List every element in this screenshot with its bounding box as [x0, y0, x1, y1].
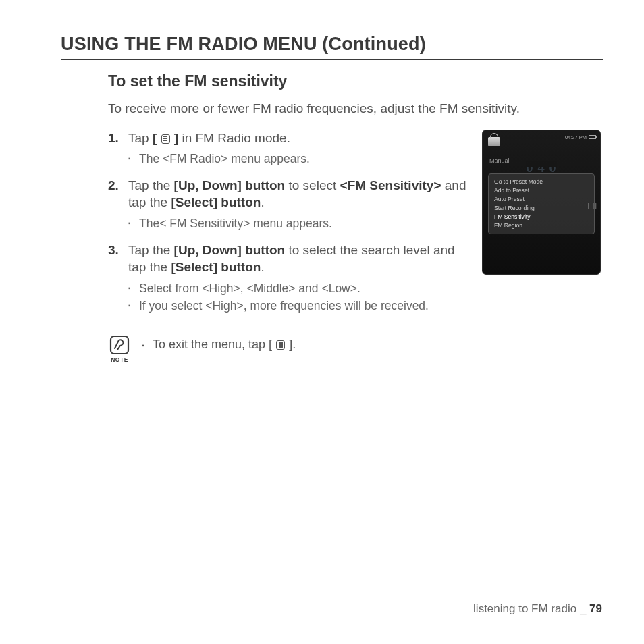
- step-1-sub-1: The <FM Radio> menu appears.: [128, 151, 470, 167]
- menu-item-auto-preset: Auto Preset: [494, 195, 589, 204]
- step-3-sub-2: If you select <High>, more frequencies w…: [128, 298, 470, 315]
- device-screenshot: 04:27 PM Manual 0 4 0 Go to Preset Mode …: [482, 130, 601, 275]
- note-icon: NOTE: [108, 335, 131, 363]
- menu-item-preset-mode: Go to Preset Mode: [494, 178, 589, 186]
- menu-icon: [276, 340, 285, 350]
- instructions-column: Tap [ ] in FM Radio mode. The <FM Radio>…: [108, 130, 470, 363]
- device-time: 04:27 PM: [565, 134, 587, 140]
- device-menu-popup: Go to Preset Mode Add to Preset Auto Pre…: [488, 173, 595, 234]
- step-3-sub-1: Select from <High>, <Middle> and <Low>.: [128, 280, 470, 297]
- menu-item-start-recording: Start Recording: [494, 204, 589, 213]
- menu-icon: [161, 134, 170, 144]
- menu-item-add-preset: Add to Preset: [494, 186, 589, 195]
- step-1: Tap [ ] in FM Radio mode. The <FM Radio>…: [108, 130, 470, 167]
- content-area: To set the FM sensitivity To receive mor…: [61, 72, 603, 363]
- step-1-text: Tap: [128, 131, 153, 145]
- battery-icon: [589, 135, 596, 139]
- menu-item-fm-region: FM Region: [494, 221, 589, 230]
- radio-icon: [488, 137, 500, 146]
- step-2: Tap the [Up, Down] button to select <FM …: [108, 177, 470, 232]
- menu-item-fm-sensitivity: FM Sensitivity: [494, 213, 589, 221]
- note-text: To exit the menu, tap [ ].: [142, 335, 296, 352]
- device-mode: Manual: [483, 149, 600, 167]
- intro-text: To receive more or fewer FM radio freque…: [108, 100, 603, 117]
- page-footer: listening to FM radio _ 79: [473, 602, 602, 616]
- note-block: NOTE To exit the menu, tap [ ].: [108, 335, 470, 363]
- step-2-sub-1: The< FM Sensitivity> menu appears.: [128, 215, 470, 232]
- section-subtitle: To set the FM sensitivity: [108, 72, 603, 90]
- device-frequency: 0 4 0: [483, 167, 600, 172]
- page-title: USING THE FM RADIO MENU (Continued): [61, 34, 603, 60]
- svg-rect-0: [111, 336, 128, 354]
- step-3: Tap the [Up, Down] button to select the …: [108, 242, 470, 315]
- signal-bars-icon: | ||: [587, 202, 597, 209]
